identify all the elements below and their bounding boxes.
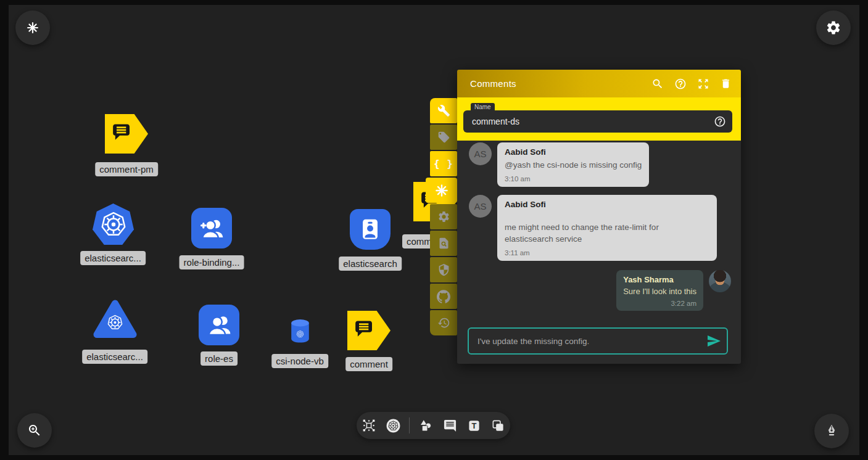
name-section: Name (457, 97, 741, 141)
comment-tool-button[interactable] (442, 417, 458, 433)
comment-node-icon (105, 114, 148, 154)
node-label: csi-node-vb (271, 354, 328, 368)
dock-history-button[interactable] (430, 310, 457, 335)
dock-json-button[interactable]: { } (430, 151, 457, 176)
gear-icon (825, 20, 841, 36)
zoom-in-icon (27, 423, 42, 438)
dock-security-button[interactable] (430, 257, 457, 282)
comments-panel-header[interactable]: Comments (457, 70, 741, 97)
composer-input[interactable] (468, 327, 728, 355)
send-button[interactable] (706, 334, 721, 348)
comment-node-icon (347, 311, 391, 350)
text-tool-button[interactable]: T (466, 417, 482, 433)
name-field[interactable]: Name (463, 110, 732, 133)
infrastructure-tool-button[interactable] (361, 417, 377, 433)
dock-github-button[interactable] (430, 284, 457, 309)
node-elasticsearch-serviceaccount[interactable]: elasticsearch (350, 209, 391, 250)
node-csi-node-vb[interactable]: csi-node-vb (290, 319, 310, 346)
file-search-icon (437, 237, 450, 250)
infrastructure-icon (362, 418, 376, 433)
comments-panel: Comments Name (457, 70, 741, 364)
node-label: role-es (200, 351, 238, 366)
kubernetes-tool-button[interactable] (385, 417, 401, 433)
node-label: elasticsearch (339, 257, 402, 271)
help-icon (674, 78, 687, 90)
message-row: Yash Sharma Sure I'll look into this 3:2… (469, 270, 731, 311)
dock-settings-button[interactable] (430, 204, 457, 229)
message-author: Yash Sharma (623, 275, 696, 284)
search-button[interactable] (651, 77, 664, 90)
expand-button[interactable] (696, 77, 709, 90)
name-field-label: Name (471, 103, 495, 110)
message-author: Aabid Sofi (505, 147, 642, 157)
message-row: AS Aabid Sofi me might need to change th… (469, 195, 732, 261)
shapes-tool-button[interactable] (418, 417, 434, 433)
app-canvas: comment-pm elasticsearc... role-binding.… (0, 0, 868, 460)
storage-cylinder-icon (290, 319, 310, 346)
node-elasticsearch-triangle[interactable]: elasticsearc... (93, 298, 138, 342)
message-text: me might need to change the rate-limit f… (505, 221, 709, 245)
pen-tool-button[interactable] (814, 414, 849, 448)
panel-title: Comments (470, 78, 651, 89)
message-time: 3:11 am (505, 249, 709, 257)
search-icon (651, 78, 664, 90)
name-help-button[interactable] (714, 115, 726, 128)
braces-icon: { } (434, 158, 453, 170)
image-tool-button[interactable] (490, 417, 506, 433)
kubernetes-heptagon-icon (93, 203, 134, 245)
expand-icon (697, 78, 709, 90)
message-author: Aabid Sofi (505, 200, 709, 209)
composer (468, 327, 728, 355)
service-account-icon (350, 209, 391, 250)
node-label: elasticsearc... (82, 350, 147, 364)
message-time: 3:10 am (505, 175, 642, 183)
yash-avatar-photo (709, 270, 731, 292)
node-label: comment (345, 357, 392, 371)
panel-dock-toolbar: { } (430, 98, 457, 335)
node-label: comment-pm (95, 162, 158, 176)
shapes-icon (418, 418, 433, 433)
svg-text:T: T (471, 421, 476, 430)
avatar: AS (469, 195, 492, 218)
settings-button[interactable] (816, 10, 851, 45)
kubernetes-icon (386, 418, 401, 433)
kubernetes-context-button[interactable] (15, 10, 50, 45)
kubernetes-asterisk-icon (26, 21, 39, 35)
kubernetes-asterisk-icon (434, 183, 449, 198)
node-label: elasticsearc... (80, 251, 146, 265)
dock-kubernetes-button[interactable] (426, 178, 457, 203)
wrench-icon (437, 104, 450, 117)
send-icon (706, 334, 721, 348)
delete-button[interactable] (719, 77, 732, 90)
trash-icon (720, 78, 732, 89)
message-list: AS Aabid Sofi @yash the csi-node is miss… (457, 141, 741, 326)
zoom-button[interactable] (17, 413, 52, 448)
node-role-binding[interactable]: role-binding... (191, 208, 232, 248)
toolbar-divider (409, 417, 410, 433)
node-role-es[interactable]: role-es (199, 305, 239, 345)
gear-icon (437, 210, 450, 223)
comment-icon (443, 419, 457, 433)
dock-validate-button[interactable] (430, 231, 457, 256)
message-text: @yash the csi-node is missing config (505, 159, 642, 171)
node-comment-pm[interactable]: comment-pm (105, 114, 148, 154)
tag-icon (437, 131, 450, 144)
text-icon: T (467, 419, 481, 433)
dock-tag-button[interactable] (430, 125, 457, 150)
name-input[interactable] (463, 110, 732, 133)
node-comment[interactable]: comment (347, 311, 391, 350)
image-icon (491, 419, 505, 433)
message-row: AS Aabid Sofi @yash the csi-node is miss… (469, 142, 732, 187)
pen-nib-icon (824, 423, 840, 439)
avatar: AS (469, 142, 492, 165)
help-icon (714, 115, 726, 128)
help-button[interactable] (674, 77, 687, 90)
message-bubble: Aabid Sofi me might need to change the r… (497, 195, 717, 261)
node-elasticsearch-heptagon[interactable]: elasticsearc... (93, 203, 134, 245)
dock-configure-button[interactable] (430, 98, 457, 123)
role-binding-icon (191, 208, 232, 248)
shield-icon (437, 263, 450, 276)
kubernetes-triangle-icon (93, 298, 138, 342)
github-icon (437, 290, 450, 303)
message-time: 3:22 am (623, 300, 696, 307)
